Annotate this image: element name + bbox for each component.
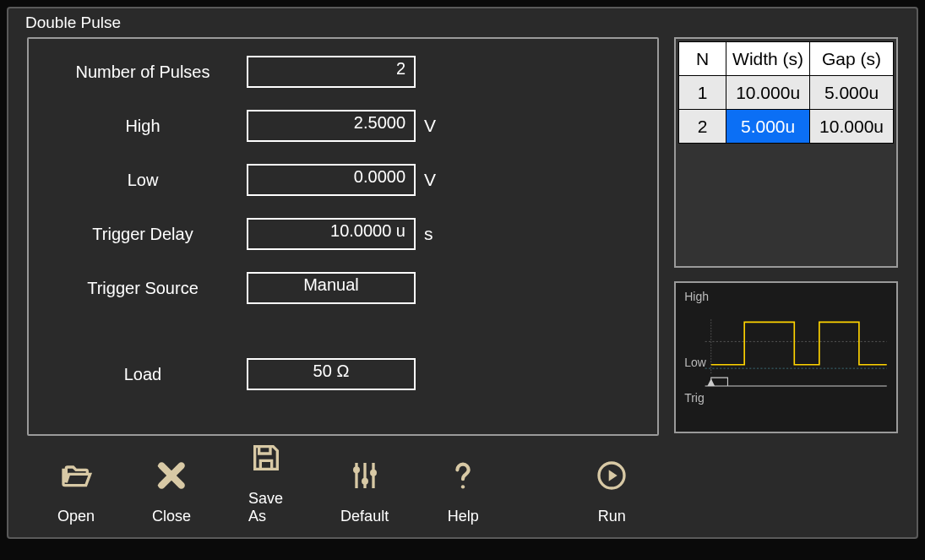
- wave-low-label: Low: [684, 356, 706, 369]
- pulse-table-box: N Width (s) Gap (s) 110.000u5.000u25.000…: [674, 37, 898, 268]
- high-label: High: [54, 117, 231, 136]
- waveform-svg: [684, 288, 888, 427]
- table-header-row: N Width (s) Gap (s): [679, 42, 894, 76]
- svg-point-6: [461, 485, 465, 488]
- num-pulses-row: Number of Pulses 2: [54, 56, 632, 88]
- sliders-icon: [348, 459, 382, 496]
- close-button[interactable]: Close: [152, 459, 191, 525]
- low-label: Low: [54, 171, 231, 190]
- help-label: Help: [448, 508, 479, 525]
- trigger-source-select[interactable]: Manual: [247, 272, 416, 304]
- right-column: N Width (s) Gap (s) 110.000u5.000u25.000…: [674, 37, 898, 525]
- high-input[interactable]: 2.5000: [247, 110, 416, 142]
- svg-point-5: [370, 470, 377, 476]
- load-row: Load 50 Ω: [54, 358, 632, 390]
- main-panel: Double Pulse Number of Pulses 2 High 2.5…: [7, 7, 918, 539]
- left-column: Number of Pulses 2 High 2.5000 V Low 0.0…: [27, 37, 659, 525]
- cell-width[interactable]: 5.000u: [726, 110, 810, 144]
- trigger-delay-label: Trigger Delay: [54, 225, 231, 244]
- wave-high-label: High: [684, 290, 709, 303]
- run-label: Run: [598, 508, 626, 525]
- waveform-preview: High Low Trig: [674, 281, 898, 433]
- col-width-header: Width (s): [726, 42, 810, 76]
- wave-trig-label: Trig: [684, 391, 705, 405]
- cell-gap[interactable]: 10.000u: [810, 110, 894, 144]
- default-label: Default: [340, 508, 389, 525]
- toolbar: Open Close Save As: [27, 436, 659, 525]
- high-unit: V: [424, 116, 436, 136]
- low-input[interactable]: 0.0000: [247, 164, 416, 196]
- pulse-table[interactable]: N Width (s) Gap (s) 110.000u5.000u25.000…: [678, 41, 894, 144]
- cell-gap[interactable]: 5.000u: [810, 76, 894, 110]
- run-button[interactable]: Run: [595, 459, 628, 525]
- load-label: Load: [54, 365, 231, 384]
- num-pulses-input[interactable]: 2: [247, 56, 416, 88]
- col-n-header: N: [679, 42, 726, 76]
- col-gap-header: Gap (s): [810, 42, 894, 76]
- trigger-delay-input[interactable]: 10.0000 u: [247, 218, 416, 250]
- table-row[interactable]: 25.000u10.000u: [679, 110, 894, 144]
- low-row: Low 0.0000 V: [54, 164, 632, 196]
- trigger-delay-unit: s: [424, 224, 433, 244]
- num-pulses-label: Number of Pulses: [54, 63, 231, 82]
- default-button[interactable]: Default: [340, 459, 389, 525]
- folder-open-icon: [59, 459, 93, 496]
- close-label: Close: [152, 508, 191, 525]
- svg-point-4: [362, 478, 368, 485]
- save-as-label: Save As: [248, 490, 283, 525]
- low-unit: V: [424, 170, 436, 190]
- parameters-group: Number of Pulses 2 High 2.5000 V Low 0.0…: [27, 37, 659, 436]
- save-icon: [249, 441, 283, 478]
- save-as-button[interactable]: Save As: [248, 441, 283, 525]
- panel-title: Double Pulse: [25, 14, 121, 32]
- help-button[interactable]: Help: [446, 459, 480, 525]
- trigger-delay-row: Trigger Delay 10.0000 u s: [54, 218, 632, 250]
- trigger-source-label: Trigger Source: [54, 279, 231, 298]
- question-icon: [446, 459, 480, 496]
- high-row: High 2.5000 V: [54, 110, 632, 142]
- content: Number of Pulses 2 High 2.5000 V Low 0.0…: [8, 8, 917, 537]
- play-circle-icon: [595, 459, 628, 496]
- trigger-source-row: Trigger Source Manual: [54, 272, 632, 304]
- open-button[interactable]: Open: [57, 459, 95, 525]
- cell-n[interactable]: 1: [679, 76, 726, 110]
- load-select[interactable]: 50 Ω: [247, 358, 416, 390]
- cell-width[interactable]: 10.000u: [726, 76, 810, 110]
- svg-marker-12: [708, 378, 716, 386]
- close-icon: [155, 459, 188, 496]
- table-row[interactable]: 110.000u5.000u: [679, 76, 894, 110]
- open-label: Open: [57, 508, 95, 525]
- cell-n[interactable]: 2: [679, 110, 726, 144]
- svg-point-3: [353, 466, 360, 473]
